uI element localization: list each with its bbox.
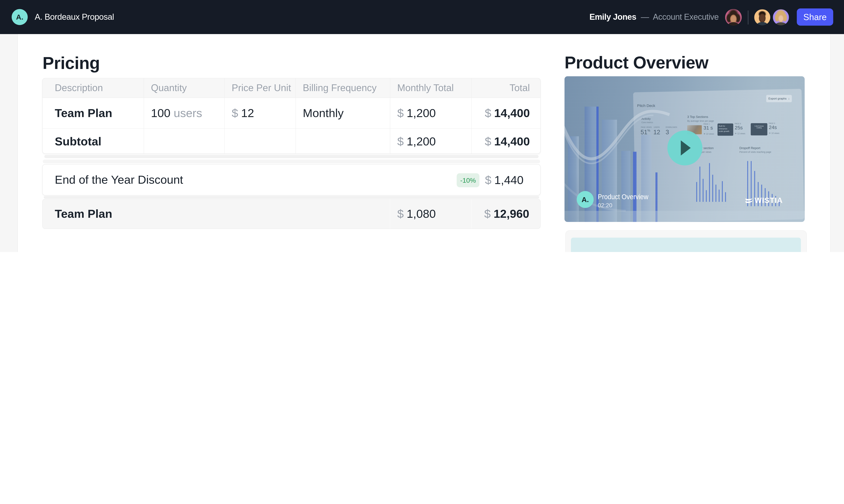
svg-text:WISTIA: WISTIA [755, 196, 783, 204]
